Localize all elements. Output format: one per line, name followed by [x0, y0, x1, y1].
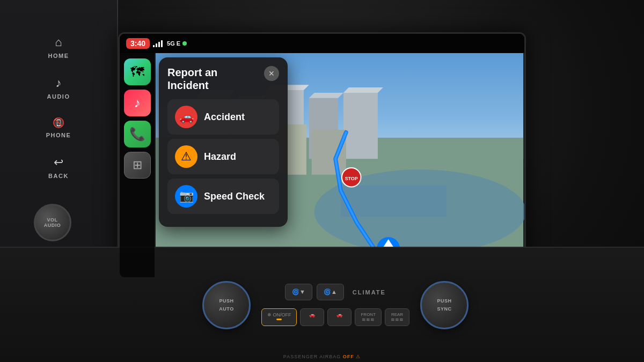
front-heat-icon: ≋≋≋ [361, 317, 376, 322]
close-icon: ✕ [268, 69, 275, 78]
airbag-warning-icon: ⚠ [356, 354, 361, 359]
apps-icon: ⊞ [133, 158, 142, 172]
airbag-text: PASSENGER AIRBAG [283, 354, 341, 359]
svg-rect-13 [343, 93, 378, 159]
maps-app-icon[interactable]: 🗺 [124, 58, 151, 85]
fan-down-icon: 🌀▼ [292, 289, 305, 295]
fan-up-button[interactable]: 🌀▲ [317, 284, 344, 300]
audio-button[interactable]: ♪ AUDIO [26, 68, 91, 108]
climate-section: 🌀▼ 🌀▲ CLIMATE ❄ ON/OFF 🚗 🚗 [261, 284, 409, 326]
speed-check-label: Speed Check [204, 191, 265, 202]
music-app-icon[interactable]: ♪ [124, 90, 151, 116]
carplay-screen: 3:40 5G E 🗺 ♪ 📞 [118, 32, 526, 279]
accident-icon-symbol: 🚗 [179, 110, 194, 124]
svg-text:STOP: STOP [345, 176, 358, 181]
fan-up-icon: 🌀▲ [324, 289, 337, 295]
phone-app-icon[interactable]: 📞 [124, 121, 151, 147]
signal-bar-2 [156, 43, 157, 47]
app-sidebar: 🗺 ♪ 📞 ⊞ [120, 53, 155, 277]
rear-heat-icon: ≋≋≋ [391, 317, 404, 322]
front-heat-label: FRONT [361, 312, 376, 317]
back-icon: ↩ [54, 156, 63, 169]
push-auto-knob[interactable]: PUSH AUTO [202, 281, 251, 329]
hazard-icon-symbol: ⚠ [181, 150, 192, 164]
hazard-button[interactable]: ⚠ Hazard [167, 139, 279, 174]
push-sync-knob[interactable]: PUSH SYNC [420, 281, 469, 329]
rear-heat-label: REAR [391, 312, 404, 317]
push-auto-label: PUSH AUTO [219, 297, 233, 313]
vol-label-1: VOL [47, 217, 57, 223]
home-icon: ⌂ [55, 35, 62, 49]
defrost-front-button[interactable]: 🚗 [300, 308, 324, 326]
svg-marker-12 [309, 93, 343, 98]
fan-controls: 🌀▼ 🌀▲ CLIMATE [285, 284, 386, 300]
report-incident-panel: Report anIncident ✕ 🚗 Accident ⚠ [159, 57, 288, 227]
carplay-content: 3:40 5G E 🗺 ♪ 📞 [120, 34, 524, 277]
signal-bar-4 [161, 40, 163, 47]
speed-check-icon: 📷 [175, 185, 197, 208]
front-heat-button[interactable]: FRONT ≋≋≋ [355, 308, 382, 326]
speed-check-icon-symbol: 📷 [179, 189, 194, 203]
home-label: HOME [48, 53, 69, 59]
map-area: STOP Report anIncident ✕ [155, 53, 524, 277]
accident-label: Accident [204, 112, 245, 123]
active-indicator [276, 319, 282, 320]
music-icon: ♪ [134, 95, 141, 110]
maps-icon: 🗺 [130, 64, 144, 80]
status-time: 3:40 [126, 38, 150, 49]
report-header: Report anIncident ✕ [167, 66, 279, 92]
svg-marker-14 [343, 87, 383, 93]
defrost-front-icon: 🚗 [309, 312, 315, 317]
ac-onoff-button[interactable]: ❄ ON/OFF [261, 308, 297, 326]
car-interior: ⌂ HOME ♪ AUDIO 📵 PHONE ↩ BACK VOL AUDIO … [0, 0, 644, 362]
svg-rect-3 [341, 185, 447, 217]
defrost-rear-icon: 🚗 [336, 312, 342, 317]
home-button[interactable]: ⌂ HOME [26, 27, 91, 68]
vol-knob[interactable]: VOL AUDIO [34, 204, 71, 241]
audio-icon: ♪ [56, 76, 62, 90]
airbag-status: OFF [343, 354, 354, 359]
rear-heat-button[interactable]: REAR ≋≋≋ [385, 308, 409, 326]
push-sync-label: PUSH SYNC [437, 297, 452, 313]
signal-bar-1 [153, 45, 155, 47]
apps-grid-icon[interactable]: ⊞ [124, 152, 151, 179]
accident-button[interactable]: 🚗 Accident [167, 99, 279, 135]
phone-app-icon-symbol: 📞 [129, 127, 145, 142]
phone-button[interactable]: 📵 PHONE [26, 108, 91, 147]
network-type: 5G E [167, 40, 180, 47]
climate-options: ❄ ON/OFF 🚗 🚗 FRONT ≋≋≋ REAR ≋≋≋ [261, 308, 409, 326]
back-button[interactable]: ↩ BACK [26, 147, 91, 188]
hazard-label: Hazard [204, 151, 236, 162]
svg-rect-18 [312, 130, 346, 175]
climate-label: CLIMATE [353, 289, 386, 295]
close-button[interactable]: ✕ [264, 66, 279, 81]
phone-label: PHONE [46, 132, 71, 138]
signal-bar-3 [158, 42, 160, 47]
ac-onoff-label: ❄ ON/OFF [267, 312, 291, 317]
airbag-notice: PASSENGER AIRBAG OFF ⚠ [283, 354, 361, 359]
vol-label-2: AUDIO [44, 223, 61, 228]
report-title: Report anIncident [167, 66, 217, 92]
hazard-icon: ⚠ [175, 145, 197, 168]
audio-label: AUDIO [47, 93, 70, 100]
back-label: BACK [48, 173, 69, 179]
status-bar: 3:40 5G E [120, 34, 524, 53]
phone-icon: 📵 [53, 117, 64, 129]
speed-check-button[interactable]: 📷 Speed Check [167, 179, 279, 214]
fan-down-button[interactable]: 🌀▼ [285, 284, 312, 300]
connection-indicator [182, 41, 187, 46]
accident-icon: 🚗 [175, 106, 197, 128]
defrost-rear-button[interactable]: 🚗 [327, 308, 352, 326]
signal-icon [153, 40, 163, 47]
bottom-controls: PUSH AUTO 🌀▼ 🌀▲ CLIMATE ❄ ON/OFF 🚗 [0, 247, 644, 362]
